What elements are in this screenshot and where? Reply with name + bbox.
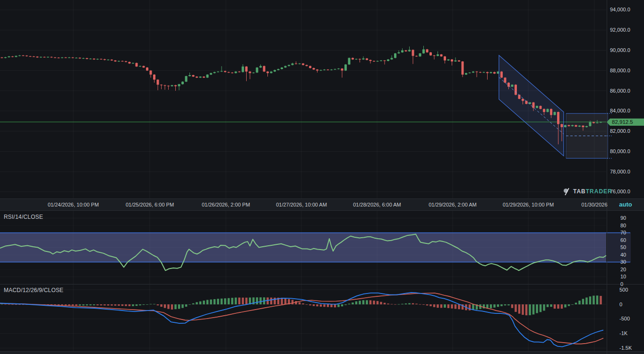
time-tick-label: 01/24/2026, 10:00 PM xyxy=(48,202,99,207)
macd-indicator-label[interactable]: MACD/12/26/9/CLOSE xyxy=(4,287,63,294)
chart-canvas[interactable] xyxy=(0,0,644,354)
time-tick-label: 01/25/2026, 6:00 PM xyxy=(126,202,174,207)
rsi-pane[interactable] xyxy=(0,233,631,271)
divider-main-time xyxy=(0,199,644,199)
price-tick-label: 84,000.0 xyxy=(610,108,630,114)
rsi-indicator-label[interactable]: RSI/14/CLOSE xyxy=(4,214,43,220)
price-tick-label: 90,000.0 xyxy=(610,47,630,53)
rsi-tick-label: 70 xyxy=(620,230,626,236)
gridlines xyxy=(0,0,606,351)
trading-chart-app: 94,000.092,000.090,000.088,000.086,000.0… xyxy=(0,0,644,354)
time-tick-label: 01/30/2026 xyxy=(581,202,607,207)
auto-scale-button[interactable]: auto xyxy=(615,201,636,209)
rsi-tick-label: 0 xyxy=(620,281,623,287)
watermark-tab: TAB xyxy=(573,188,586,195)
price-tick-label: 92,000.0 xyxy=(610,27,630,33)
watermark-text: TABTRADER xyxy=(573,188,612,195)
time-tick-label: 01/28/2026, 6:00 AM xyxy=(353,202,401,207)
rsi-tick-label: 60 xyxy=(620,237,626,243)
bottom-strip xyxy=(0,352,644,354)
divider-time-rsi xyxy=(0,210,644,211)
price-tick-label: 78,000.0 xyxy=(610,169,630,175)
time-tick-label: 01/29/2026, 2:00 AM xyxy=(429,202,477,207)
time-tick-label: 01/27/2026, 10:00 AM xyxy=(276,202,327,207)
rsi-tick-label: 50 xyxy=(620,244,626,250)
price-tick-label: 86,000.0 xyxy=(610,88,630,94)
divider-price-axis xyxy=(607,0,607,354)
price-tick-label: 88,000.0 xyxy=(610,68,630,74)
price-tick-label: 82,000.0 xyxy=(610,128,630,134)
macd-tick-label: -1K xyxy=(619,330,627,337)
divider-rsi-macd xyxy=(0,284,644,285)
rsi-tick-label: 40 xyxy=(620,252,626,258)
watermark: TABTRADER xyxy=(564,187,612,196)
price-tick-label: 80,000.0 xyxy=(610,148,630,155)
time-tick-label: 01/29/2026, 10:00 PM xyxy=(503,202,554,207)
rsi-tick-label: 10 xyxy=(620,274,626,280)
price-tick-label: 76,000.0 xyxy=(610,189,630,195)
rsi-tick-label: 90 xyxy=(620,215,626,221)
price-tick-label: 94,000.0 xyxy=(610,7,630,13)
rsi-tick-label: 80 xyxy=(620,223,626,229)
tabtrader-logo-icon xyxy=(564,188,571,195)
watermark-trader: TRADER xyxy=(586,188,612,195)
macd-tick-label: 500 xyxy=(619,287,628,293)
macd-tick-label: 0 xyxy=(619,302,622,308)
rsi-tick-label: 20 xyxy=(620,267,626,273)
macd-tick-label: -1.5K xyxy=(619,345,632,351)
macd-tick-label: -500 xyxy=(619,316,630,322)
time-tick-label: 01/26/2026, 2:00 PM xyxy=(202,202,250,207)
rsi-tick-label: 30 xyxy=(620,259,626,265)
divider-macd-bottom xyxy=(0,351,644,352)
